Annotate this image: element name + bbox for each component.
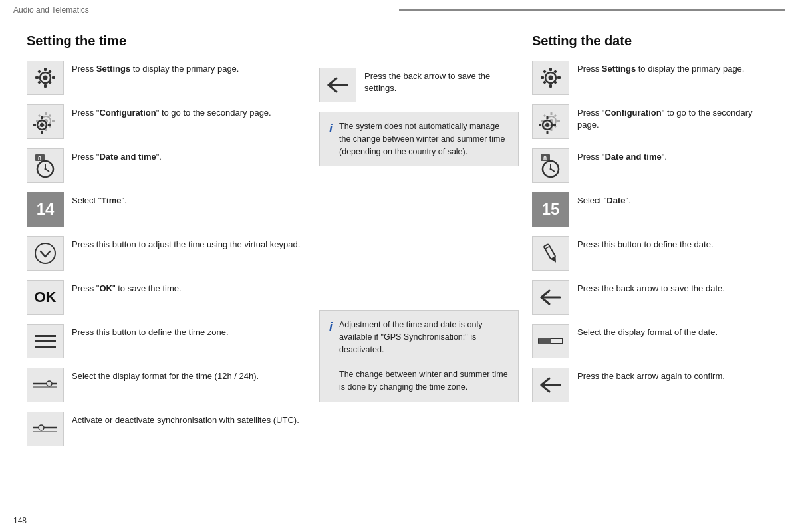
date-text-4: Select "Date".	[577, 192, 771, 207]
svg-rect-77	[539, 338, 551, 344]
settings-gear-icon-date-1	[532, 61, 569, 95]
svg-rect-3	[44, 84, 47, 88]
bold-settings-date-1: Settings	[602, 64, 636, 74]
number-14-label: 14	[37, 200, 55, 219]
info-icon-1: i	[329, 122, 332, 136]
footer-page-number: 148	[13, 516, 27, 525]
svg-text:8: 8	[38, 155, 41, 162]
svg-rect-72	[544, 244, 556, 259]
info-icon-2: i	[329, 320, 332, 334]
time-instruction-8: Select the display format for the time (…	[27, 368, 306, 402]
date-instruction-1: Press Settings to display the primary pa…	[532, 61, 771, 95]
line-3	[35, 346, 56, 348]
date-text-6: Press the back arrow to save the date.	[577, 280, 771, 295]
clock-icon-date-3: 8	[532, 148, 569, 183]
svg-rect-25	[48, 124, 51, 126]
time-text-3: Press "Date and time".	[72, 148, 306, 163]
svg-rect-6	[37, 70, 41, 74]
left-column: Setting the time Press Settings	[27, 20, 306, 456]
svg-rect-43	[549, 84, 552, 88]
pencil-icon-date-5	[532, 236, 569, 271]
time-text-7: Press this button to define the time zon…	[72, 324, 306, 338]
date-text-2: Press "Configuration" to go to the secon…	[577, 104, 771, 131]
svg-rect-15	[52, 120, 55, 122]
date-instruction-4: 15 Select "Date".	[532, 192, 771, 227]
bold-settings-1: Settings	[96, 64, 130, 74]
time-instruction-6: OK Press "OK" to save the time.	[27, 280, 306, 315]
svg-point-21	[40, 123, 44, 127]
rect-icon-date-7	[532, 324, 569, 358]
number-15-icon: 15	[532, 192, 569, 227]
svg-rect-56	[543, 114, 546, 117]
format-line-icon-8	[27, 368, 64, 402]
time-instruction-1: Press Settings to display the primary pa…	[27, 61, 306, 95]
chevron-down-icon-5	[27, 236, 64, 271]
date-instruction-2: Press "Configuration" to go to the secon…	[532, 104, 771, 139]
svg-rect-22	[41, 116, 43, 119]
back-arrow-icon-middle	[319, 68, 356, 102]
svg-point-38	[39, 425, 44, 430]
bold-configuration-1: Configuration	[99, 108, 156, 118]
date-instruction-6: Press the back arrow to save the date.	[532, 280, 771, 315]
bold-dateandtime-date: Date and time	[604, 152, 661, 162]
back-arrow-row: Press the back arrow to save the setting…	[319, 68, 519, 102]
date-text-7: Select the display format of the date.	[577, 324, 771, 338]
svg-line-74	[545, 246, 550, 249]
bold-date: Date	[606, 196, 625, 205]
setting-time-title: Setting the time	[27, 33, 306, 49]
svg-point-71	[550, 168, 552, 170]
svg-point-31	[45, 168, 47, 170]
svg-point-32	[35, 243, 55, 263]
ok-label: OK	[35, 289, 57, 306]
date-text-3: Press "Date and time".	[577, 148, 771, 163]
svg-rect-52	[551, 112, 553, 115]
svg-point-1	[43, 76, 48, 80]
middle-column: Press the back arrow to save the setting…	[306, 20, 519, 456]
back-arrow-note-row: Press the back arrow to save the setting…	[319, 68, 519, 102]
svg-text:8: 8	[543, 155, 547, 162]
header-title: Audio and Telematics	[13, 5, 399, 15]
bold-configuration-date: Configuration	[604, 108, 661, 118]
time-text-2: Press "Configuration" to go to the secon…	[72, 104, 306, 119]
info-box-winter-summer: i The system does not automatically mana…	[319, 112, 519, 166]
date-instruction-5: Press this button to define the date.	[532, 236, 771, 271]
time-text-8: Select the display format for the time (…	[72, 368, 306, 382]
svg-rect-2	[44, 68, 47, 71]
date-instruction-3: 8 Press "Date and time".	[532, 148, 771, 183]
info-text-gps: Adjustment of the time and date is only …	[339, 319, 509, 394]
header: Audio and Telematics	[0, 0, 798, 20]
svg-point-61	[545, 123, 549, 127]
svg-rect-65	[553, 124, 556, 126]
back-arrow-text: Press the back arrow to save the setting…	[364, 68, 519, 94]
config-gear-icon-date-2	[532, 104, 569, 139]
config-gear-icon-2	[27, 104, 64, 139]
hamburger-lines	[35, 335, 56, 348]
lines-icon-7	[27, 324, 64, 358]
svg-rect-64	[539, 124, 541, 126]
bold-dateandtime-1: Date and time	[99, 152, 156, 162]
date-text-5: Press this button to define the date.	[577, 236, 771, 251]
main-content: Setting the time Press Settings	[0, 20, 798, 456]
setting-date-title: Setting the date	[532, 33, 771, 49]
time-instruction-9: Activate or deactivate synchronisation w…	[27, 412, 306, 446]
date-instruction-8: Press the back arrow again to confirm.	[532, 368, 771, 402]
svg-rect-62	[547, 116, 549, 119]
number-15-label: 15	[542, 200, 560, 219]
settings-gear-icon-1	[27, 61, 64, 95]
svg-marker-73	[551, 257, 559, 264]
time-text-5: Press this button to adjust the time usi…	[72, 236, 306, 251]
svg-rect-42	[549, 68, 552, 71]
svg-rect-12	[45, 112, 47, 115]
bold-ok: OK	[99, 283, 112, 293]
time-text-6: Press "OK" to save the time.	[72, 280, 306, 295]
sync-line-icon-9	[27, 412, 64, 446]
svg-rect-23	[41, 131, 43, 134]
svg-rect-45	[557, 76, 561, 79]
svg-point-35	[47, 381, 52, 386]
svg-rect-63	[547, 131, 549, 134]
info-text-winter-summer: The system does not automatically manage…	[339, 120, 509, 158]
line-1	[35, 335, 56, 337]
right-column: Setting the date Press Settings	[519, 20, 771, 456]
time-instruction-3: 8 Press "Date and time".	[27, 148, 306, 183]
svg-rect-55	[557, 120, 560, 122]
